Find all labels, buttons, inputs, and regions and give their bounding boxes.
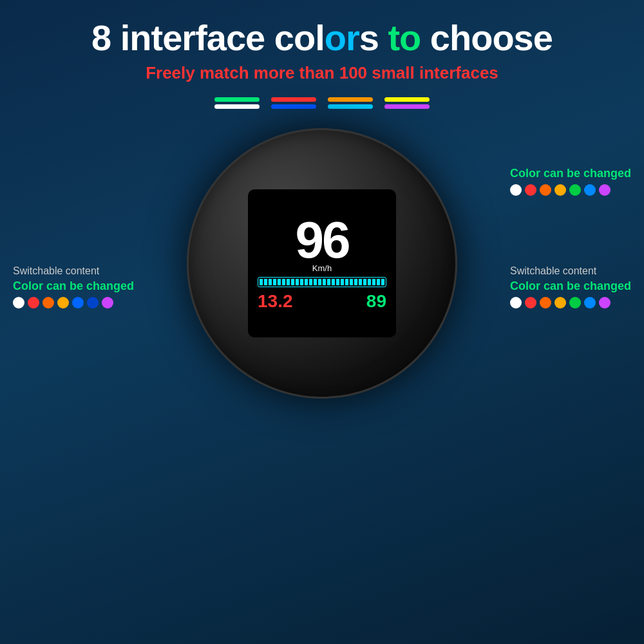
seg19 bbox=[341, 279, 344, 285]
speed-value: 96 bbox=[296, 214, 349, 266]
switchable-label-right: Switchable content bbox=[510, 265, 631, 277]
subtitle: Freely match more than 100 small interfa… bbox=[0, 63, 644, 83]
seg20 bbox=[345, 279, 348, 285]
bar-orange bbox=[328, 97, 373, 102]
dot-red-rt bbox=[525, 184, 536, 196]
dot-orange-rt bbox=[540, 184, 551, 196]
seg12 bbox=[309, 279, 312, 285]
seg3 bbox=[269, 279, 272, 285]
seg15 bbox=[323, 279, 326, 285]
dot-yellow-rt bbox=[554, 184, 566, 196]
seg28 bbox=[381, 279, 384, 285]
switchable-label-left: Switchable content bbox=[13, 265, 134, 277]
seg9 bbox=[296, 279, 299, 285]
title-text-s: s bbox=[359, 17, 388, 58]
bar-group-3 bbox=[328, 97, 373, 109]
bar-group-2 bbox=[271, 97, 316, 109]
bar-green bbox=[214, 97, 260, 102]
annotation-right-bottom: Switchable content Color can be changed bbox=[510, 265, 631, 308]
title-highlight-green: to bbox=[388, 17, 421, 58]
seg10 bbox=[300, 279, 303, 285]
dot-red-rb bbox=[525, 297, 536, 308]
bar-white bbox=[214, 104, 260, 109]
bar-yellow bbox=[384, 97, 430, 102]
seg4 bbox=[273, 279, 276, 285]
seg21 bbox=[350, 279, 353, 285]
progress-bar bbox=[258, 277, 386, 287]
dot-darkblue-left bbox=[87, 297, 99, 308]
bar-group-4 bbox=[384, 97, 430, 109]
color-bars-section bbox=[0, 97, 644, 109]
seg14 bbox=[318, 279, 321, 285]
dot-green-rb bbox=[569, 297, 581, 308]
dot-orange-rb bbox=[540, 297, 551, 308]
main-title: 8 interface colors to choose bbox=[0, 18, 644, 58]
dot-white-left bbox=[13, 297, 24, 308]
bar-group-1 bbox=[214, 97, 260, 109]
seg5 bbox=[278, 279, 281, 285]
title-highlight-blue: or bbox=[325, 17, 359, 58]
annotation-left-bottom: Switchable content Color can be changed bbox=[13, 265, 134, 308]
bar-purple bbox=[384, 104, 430, 109]
bottom-values: 13.2 89 bbox=[258, 291, 386, 312]
bottom-right-value: 89 bbox=[366, 291, 386, 312]
seg13 bbox=[314, 279, 317, 285]
title-text-suffix: choose bbox=[421, 17, 553, 58]
seg24 bbox=[363, 279, 366, 285]
device-body: 96 Km/h bbox=[187, 128, 457, 399]
dot-blue-left bbox=[72, 297, 84, 308]
seg26 bbox=[372, 279, 375, 285]
dot-red-left bbox=[28, 297, 39, 308]
dot-white-rb bbox=[510, 297, 522, 308]
seg22 bbox=[354, 279, 357, 285]
color-changed-label-left: Color can be changed bbox=[13, 279, 134, 293]
device-area: Switchable content Color can be changed … bbox=[0, 128, 644, 399]
dot-purple-rt bbox=[599, 184, 611, 196]
color-dots-left bbox=[13, 297, 134, 308]
dot-purple-left bbox=[102, 297, 113, 308]
seg17 bbox=[332, 279, 335, 285]
seg27 bbox=[377, 279, 380, 285]
color-changed-label-right-bottom: Color can be changed bbox=[510, 279, 631, 293]
bar-cyan bbox=[328, 104, 373, 109]
dot-yellow-rb bbox=[554, 297, 566, 308]
title-section: 8 interface colors to choose Freely matc… bbox=[0, 0, 644, 83]
seg6 bbox=[282, 279, 285, 285]
color-changed-label-right-top: Color can be changed bbox=[510, 167, 631, 180]
seg8 bbox=[291, 279, 294, 285]
bar-blue bbox=[271, 104, 316, 109]
seg7 bbox=[287, 279, 290, 285]
seg25 bbox=[368, 279, 371, 285]
seg11 bbox=[305, 279, 308, 285]
color-dots-right-bottom bbox=[510, 297, 631, 308]
dot-orange-left bbox=[43, 297, 54, 308]
color-dots-right-top bbox=[510, 184, 631, 196]
bottom-left-value: 13.2 bbox=[258, 291, 293, 312]
speed-unit: Km/h bbox=[312, 263, 332, 273]
bar-red bbox=[271, 97, 316, 102]
seg16 bbox=[327, 279, 330, 285]
seg2 bbox=[264, 279, 267, 285]
annotation-right-top: Color can be changed bbox=[510, 167, 631, 196]
dot-white-rt bbox=[510, 184, 522, 196]
device-screen: 96 Km/h bbox=[248, 189, 396, 337]
seg18 bbox=[336, 279, 339, 285]
seg23 bbox=[359, 279, 362, 285]
title-text-prefix: 8 interface col bbox=[91, 17, 325, 58]
dot-green-rt bbox=[569, 184, 581, 196]
dot-purple-rb bbox=[599, 297, 611, 308]
dot-blue-rb bbox=[584, 297, 596, 308]
dot-blue-rt bbox=[584, 184, 596, 196]
seg1 bbox=[260, 279, 263, 285]
dot-yellow-left bbox=[57, 297, 69, 308]
